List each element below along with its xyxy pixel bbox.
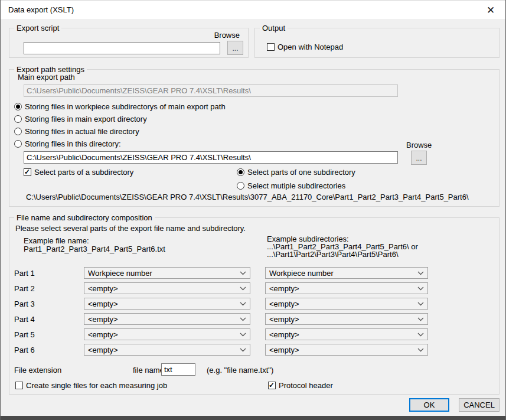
instruction-text: Please select several parts of the expor… [15, 224, 246, 233]
open-with-notepad-checkbox[interactable] [267, 43, 275, 51]
window-bottom-edge [1, 416, 505, 420]
part-6-file-combo-value: <empty> [88, 346, 118, 354]
chevron-down-icon [240, 333, 246, 337]
output-group: Output Open with Notepad [254, 28, 500, 58]
part-1-subdir-combo[interactable]: Workpiece number [265, 267, 428, 279]
part-2-file-combo[interactable]: <empty> [84, 282, 250, 294]
select-parts-row[interactable]: Select parts of a subdirectory [24, 168, 133, 177]
part-3-subdir-combo-value: <empty> [269, 299, 299, 308]
part-1-file-combo-value: Workpiece number [88, 269, 152, 278]
part-6-label: Part 6 [14, 346, 35, 354]
export-path-settings-group: Export path settings Main export path St… [9, 69, 500, 207]
chevron-down-icon [417, 317, 424, 321]
part-2-label: Part 2 [14, 284, 35, 293]
radio-main-export-dir[interactable]: Storing files in main export directory [14, 115, 147, 123]
file-extension-label: File extension [14, 366, 61, 375]
directory-browse-button[interactable]: ... [411, 151, 427, 165]
radio-actual-file-dir-label[interactable]: Storing files in actual file directory [25, 127, 139, 136]
example-subdirectories-line2: ...\Part1\Part2\Part3\Part4\Part5\Part6\ [267, 250, 399, 259]
select-parts-checkbox[interactable] [24, 168, 31, 176]
part-2-subdir-combo[interactable]: <empty> [265, 282, 428, 294]
part-1-file-combo[interactable]: Workpiece number [84, 267, 250, 279]
radio-multiple-subdirectories[interactable]: Select mutiple subdirectories [237, 181, 345, 190]
part-5-subdir-combo[interactable]: <empty> [265, 328, 428, 340]
window-title: Data export (XSLT) [8, 5, 74, 14]
file-extension-hint: (e.g. "file name.txt") [207, 366, 273, 375]
export-script-group-label: Export script [14, 24, 61, 32]
radio-actual-file-dir-icon[interactable] [14, 128, 22, 135]
part-5-label: Part 5 [14, 330, 35, 339]
export-script-browse-button[interactable]: ... [227, 41, 243, 55]
open-with-notepad-row[interactable]: Open with Notepad [267, 43, 343, 51]
radio-one-subdirectory-icon[interactable] [237, 168, 244, 176]
part-3-subdir-combo[interactable]: <empty> [265, 298, 428, 310]
radio-this-directory-label[interactable]: Storing files in this directory: [25, 139, 121, 148]
radio-one-subdirectory[interactable]: Select parts of one subdirectory [237, 168, 355, 177]
chevron-down-icon [240, 271, 246, 275]
part-2-file-combo-value: <empty> [88, 284, 118, 293]
part-6-file-combo[interactable]: <empty> [84, 344, 250, 356]
ok-button[interactable]: OK [409, 398, 449, 412]
chevron-down-icon [417, 286, 424, 291]
create-single-files-checkbox[interactable] [15, 382, 23, 389]
part-3-file-combo[interactable]: <empty> [84, 298, 250, 310]
directory-browse-label: Browse [406, 141, 432, 149]
create-single-files-label[interactable]: Create single files for each measuring j… [26, 381, 167, 390]
composition-group-label: File name and subdirectory composition [14, 213, 155, 222]
radio-workpiece-subdirs-label[interactable]: Storing files in workpiece subdirectorys… [25, 102, 226, 111]
part-6-subdir-combo-value: <empty> [269, 346, 299, 354]
chevron-down-icon [240, 302, 246, 306]
chevron-down-icon [417, 302, 424, 306]
radio-multiple-subdirectories-icon[interactable] [237, 182, 244, 190]
part-4-subdir-combo[interactable]: <empty> [265, 313, 428, 325]
part-3-file-combo-value: <empty> [88, 299, 118, 308]
select-parts-label[interactable]: Select parts of a subdirectory [34, 168, 133, 177]
part-5-file-combo[interactable]: <empty> [84, 328, 250, 340]
cancel-button[interactable]: CANCEL [459, 398, 500, 412]
chevron-down-icon [417, 348, 424, 352]
part-2-subdir-combo-value: <empty> [269, 284, 299, 293]
protocol-header-checkbox[interactable] [268, 382, 276, 389]
radio-main-export-dir-icon[interactable] [14, 115, 22, 123]
part-4-label: Part 4 [14, 315, 35, 324]
export-script-path-input[interactable] [24, 42, 220, 54]
part-4-file-combo-value: <empty> [88, 315, 118, 324]
example-file-name-label: Example file name: [24, 236, 89, 245]
close-icon: ✕ [487, 4, 495, 17]
output-group-label: Output [260, 24, 288, 32]
chevron-down-icon [240, 348, 246, 352]
chevron-down-icon [417, 271, 424, 275]
dialog-window: Data export (XSLT) ✕ Export script Brows… [0, 0, 506, 420]
close-button[interactable]: ✕ [483, 3, 498, 17]
radio-workpiece-subdirs[interactable]: Storing files in workpiece subdirectorys… [14, 102, 226, 111]
radio-actual-file-dir[interactable]: Storing files in actual file directory [14, 127, 139, 136]
part-4-subdir-combo-value: <empty> [269, 315, 299, 324]
part-1-label: Part 1 [14, 269, 35, 278]
radio-one-subdirectory-label[interactable]: Select parts of one subdirectory [247, 168, 355, 177]
protocol-header-row[interactable]: Protocol header [268, 381, 333, 390]
chevron-down-icon [240, 317, 246, 321]
open-with-notepad-label[interactable]: Open with Notepad [278, 43, 343, 51]
part-1-subdir-combo-value: Workpiece number [269, 269, 334, 278]
part-6-subdir-combo[interactable]: <empty> [265, 344, 428, 356]
radio-this-directory[interactable]: Storing files in this directory: [14, 139, 121, 148]
part-5-file-combo-value: <empty> [88, 330, 118, 339]
result-path-text: C:\Users\Public\Documents\ZEISS\GEAR PRO… [26, 193, 469, 201]
main-export-path-label: Main export path [18, 73, 75, 82]
example-file-name-value: Part1_Part2_Part3_Part4_Part5_Part6.txt [24, 245, 165, 253]
part-4-file-combo[interactable]: <empty> [84, 313, 250, 325]
file-extension-input[interactable] [161, 363, 195, 376]
radio-main-export-dir-label[interactable]: Storing files in main export directory [25, 115, 147, 123]
create-single-files-row[interactable]: Create single files for each measuring j… [15, 381, 167, 390]
chevron-down-icon [417, 333, 424, 337]
directory-path-input[interactable] [24, 151, 398, 164]
radio-workpiece-subdirs-icon[interactable] [14, 103, 22, 110]
radio-this-directory-icon[interactable] [14, 140, 22, 148]
export-script-browse-label: Browse [214, 31, 240, 40]
protocol-header-label[interactable]: Protocol header [279, 381, 333, 390]
part-5-subdir-combo-value: <empty> [269, 330, 299, 339]
main-export-path-input [24, 84, 398, 97]
radio-multiple-subdirectories-label[interactable]: Select mutiple subdirectories [247, 181, 345, 190]
titlebar: Data export (XSLT) ✕ [1, 0, 505, 19]
chevron-down-icon [240, 286, 246, 291]
